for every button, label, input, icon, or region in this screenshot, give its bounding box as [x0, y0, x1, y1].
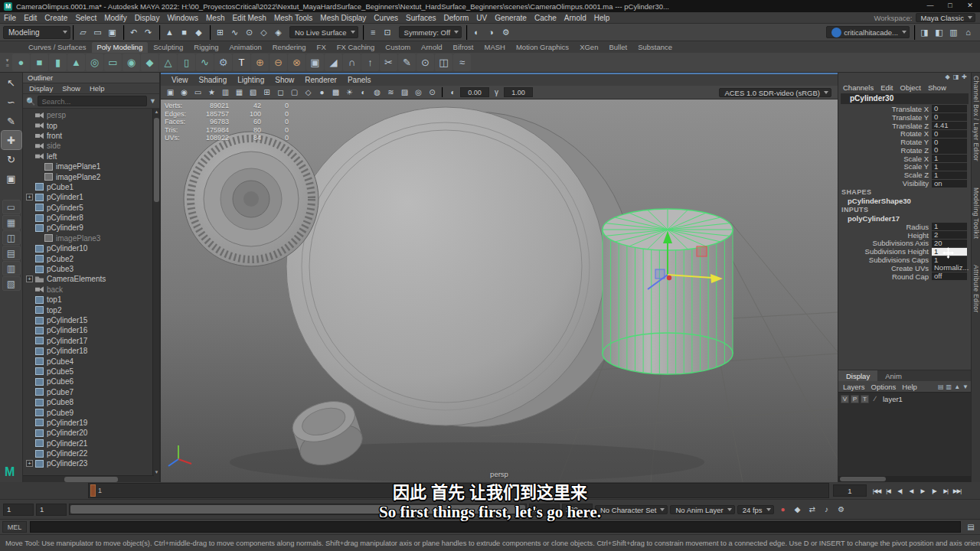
channel-value-rotate-z[interactable]: 0 [932, 146, 967, 154]
shelf-targetweld-icon[interactable]: ⊙ [416, 54, 434, 71]
shelf-boolean-intersect-icon[interactable]: ⊗ [288, 54, 305, 71]
channel-value-subdivisions-height[interactable]: 1 [932, 248, 967, 256]
channel-slider-icon[interactable]: ◨ [953, 73, 959, 83]
outliner-item-pcube2[interactable]: pCube2 [23, 253, 159, 263]
shelf-tab-xgen[interactable]: XGen [574, 42, 603, 53]
shelf-quaddraw-icon[interactable]: ✎ [398, 54, 416, 71]
anim-start-field[interactable] [36, 504, 67, 516]
shelf-tab-arnold[interactable]: Arnold [416, 42, 447, 53]
pin-channelbox-icon[interactable]: ◆ [946, 73, 950, 83]
viewport-menu-lighting[interactable]: Lighting [233, 76, 269, 84]
textured-icon[interactable]: ▩ [329, 86, 342, 98]
shelf-disc-icon[interactable]: ◉ [122, 54, 140, 71]
shelf-tab-bullet[interactable]: Bullet [603, 42, 632, 53]
menu-create[interactable]: Create [41, 12, 71, 24]
shelf-cylinder-icon[interactable]: ▮ [49, 54, 67, 71]
layer-row[interactable]: VPT∕layer1 [838, 393, 971, 405]
outliner-item-pcylinder9[interactable]: pCylinder9 [23, 223, 159, 233]
layout-hypershade[interactable]: ▧ [2, 276, 21, 291]
layer-menu-help[interactable]: Help [902, 383, 917, 391]
outliner-item-top2[interactable]: top2 [23, 305, 159, 315]
menu-edit-mesh[interactable]: Edit Mesh [228, 12, 270, 24]
select-camera-icon[interactable]: ▣ [164, 86, 177, 98]
shelf-tab-fx[interactable]: FX [312, 42, 332, 53]
menu-cache[interactable]: Cache [531, 12, 560, 24]
range-start-field[interactable] [3, 504, 34, 516]
menu-modify[interactable]: Modify [100, 12, 130, 24]
gamma-field[interactable]: 1.00 [504, 87, 533, 97]
menu-mesh[interactable]: Mesh [202, 12, 228, 24]
gamma-icon[interactable]: γ [490, 86, 503, 98]
shelf-smooth-icon[interactable]: ≈ [453, 54, 471, 71]
outliner-item-pcube6[interactable]: pCube6 [23, 377, 159, 386]
exposure-icon[interactable]: ◐ [446, 86, 459, 98]
range-slider-thumb[interactable] [70, 505, 525, 514]
shelf-tab-substance[interactable]: Substance [632, 42, 678, 53]
lasso-select-tool[interactable]: ∽ [2, 93, 21, 111]
shelf-tab-sculpting[interactable]: Sculpting [148, 42, 188, 53]
anim-end-field[interactable] [529, 504, 560, 516]
shelf-type-icon[interactable]: T [233, 54, 250, 71]
go-to-start-button[interactable]: |◀◀ [871, 484, 882, 497]
selected-object-name[interactable]: pCylinder30 [841, 93, 969, 104]
shelf-mirror-icon[interactable]: ◫ [435, 54, 452, 71]
select-tool[interactable]: ↖ [2, 73, 21, 92]
close-button[interactable]: ✕ [960, 0, 980, 12]
motion-blur-icon[interactable]: ≋ [384, 86, 397, 98]
layout-single-pane[interactable]: ▭ [2, 200, 21, 214]
save-scene-icon[interactable]: ▣ [105, 25, 119, 40]
current-frame-marker[interactable] [90, 484, 96, 497]
shelf-extrude-icon[interactable]: ↑ [361, 54, 379, 71]
channel-value-subdivisions-caps[interactable]: 1 [932, 256, 967, 264]
layout-uv-editor[interactable]: ▥ [2, 261, 21, 276]
shelf-bridge-icon[interactable]: ∩ [343, 54, 361, 71]
outliner-item-pcube4[interactable]: pCube4 [23, 356, 159, 366]
shelf-bevel-icon[interactable]: ◢ [325, 54, 342, 71]
shape-node-name[interactable]: pCylinderShape30 [838, 197, 971, 205]
layout-persp-outliner[interactable]: ◫ [2, 230, 21, 245]
command-input[interactable] [30, 521, 961, 533]
outliner-item-pcube9[interactable]: pCube9 [23, 407, 159, 417]
shelf-pyramid-icon[interactable]: △ [159, 54, 177, 71]
channel-box-toggle-icon[interactable]: ◨ [917, 25, 932, 40]
outliner-menu-help[interactable]: Help [90, 84, 105, 93]
menu-file[interactable]: File [0, 12, 20, 24]
shelf-tab-fx-caching[interactable]: FX Caching [332, 42, 381, 53]
shelf-multicut-icon[interactable]: ✂ [380, 54, 397, 71]
set-key-icon[interactable]: ◆ [791, 504, 805, 516]
viewport-menu-show[interactable]: Show [270, 76, 299, 84]
shelf-tab-rendering[interactable]: Rendering [267, 42, 312, 53]
shelf-cone-icon[interactable]: ▲ [67, 54, 85, 71]
minimize-button[interactable]: — [920, 0, 940, 12]
shelf-platonic-icon[interactable]: ◆ [141, 54, 158, 71]
loop-mode-icon[interactable]: ⇄ [805, 504, 819, 516]
move-layer-down-icon[interactable]: ▼ [962, 383, 969, 390]
outliner-item-pcube3[interactable]: pCube3 [23, 264, 159, 274]
redo-icon[interactable]: ↷ [141, 25, 155, 40]
play-backwards-button[interactable]: ◀ [906, 484, 916, 497]
shelf-tab-rigging[interactable]: Rigging [188, 42, 224, 53]
outliner-item-cameraelements[interactable]: +CameraElements [23, 274, 159, 284]
layer-toggle-t[interactable]: T [861, 395, 869, 403]
sidetab-channel-box-layer-editor[interactable]: Channel Box / Layer Editor [972, 76, 980, 161]
screenspace-ao-icon[interactable]: ◍ [371, 86, 384, 98]
render-view-icon[interactable]: ◐ [469, 25, 484, 40]
outliner-item-imageplane2[interactable]: imagePlane2 [23, 171, 159, 181]
new-empty-layer-icon[interactable]: ▤ [938, 383, 944, 390]
snap-grid-icon[interactable]: ⊞ [213, 25, 227, 40]
expand-toggle-icon[interactable]: + [26, 194, 33, 201]
layer-menu-options[interactable]: Options [871, 383, 897, 391]
tool-settings-toggle-icon[interactable]: ▥ [946, 25, 961, 40]
channelbox-menu-show[interactable]: Show [928, 83, 946, 92]
menu-mesh-display[interactable]: Mesh Display [316, 12, 370, 24]
channel-value-round-cap[interactable]: off [932, 272, 967, 280]
layer-editor-tab-anim[interactable]: Anim [877, 370, 910, 381]
shelf-helix-icon[interactable]: ∿ [196, 54, 214, 71]
outliner-item-pcylinder20[interactable]: pCylinder20 [23, 428, 159, 438]
live-surface-field[interactable]: No Live Surface [289, 26, 358, 38]
viewport-menu-view[interactable]: View [167, 76, 193, 84]
character-set-dropdown[interactable]: No Character Set [595, 505, 668, 514]
channel-manip-icon[interactable]: ✚ [962, 73, 967, 83]
channel-value-subdivisions-axis[interactable]: 20 [932, 240, 967, 247]
menu-set-dropdown[interactable]: Modeling [3, 26, 70, 39]
